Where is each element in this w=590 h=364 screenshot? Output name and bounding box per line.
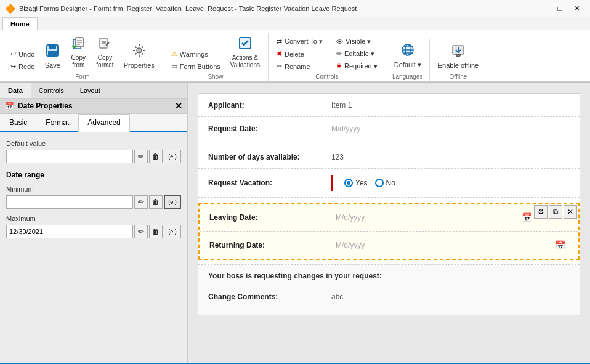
default-value-delete-btn[interactable]: 🗑 (149, 150, 163, 163)
undo-icon: ↩ (10, 50, 16, 58)
returning-date-input[interactable]: M/d/yyyy 📅 (333, 238, 568, 253)
minimum-row: ✏ 🗑 (e.) (6, 195, 181, 209)
form-row-days-available: Number of days available: 123 (198, 145, 580, 169)
rename-icon: ✏ (277, 62, 282, 70)
prop-tab-basic[interactable]: Basic (0, 114, 36, 131)
svg-rect-1 (49, 45, 55, 49)
editable-icon: ✏ (336, 50, 342, 58)
maximize-button[interactable]: □ (552, 2, 568, 15)
maximum-delete-btn[interactable]: 🗑 (149, 225, 163, 238)
form-buttons-button[interactable]: ▭ Form Buttons (167, 60, 225, 72)
tab-layout[interactable]: Layout (72, 83, 108, 98)
section-toolbar: ⚙ ⧉ ✕ (534, 205, 577, 219)
ribbon-content: ↩ Undo ↪ Redo (0, 30, 590, 82)
visible-button[interactable]: 👁 Visible ▾ (332, 36, 382, 47)
redo-button[interactable]: ↪ Redo (6, 60, 39, 72)
properties-header: 📅 Date Properties ✕ (0, 99, 187, 114)
save-button[interactable]: Save (40, 40, 65, 72)
leaving-date-input[interactable]: M/d/yyyy 📅 (333, 210, 535, 225)
radio-no-label: No (386, 179, 395, 187)
close-properties-button[interactable]: ✕ (175, 101, 182, 111)
form-row-request-date: Request Date: M/d/yyyy (198, 117, 580, 140)
returning-date-label: Returning Date: (209, 241, 333, 249)
section-copy-btn[interactable]: ⧉ (549, 205, 562, 219)
minimum-delete-btn[interactable]: 🗑 (149, 195, 163, 209)
default-value-edit-btn[interactable]: ✏ (134, 150, 148, 163)
show-group-label: Show (208, 73, 223, 80)
prop-tab-format[interactable]: Format (36, 114, 78, 131)
delete-icon: ✖ (277, 50, 282, 58)
maximum-expr-btn[interactable]: (e.) (164, 225, 181, 238)
boss-section: Your boss is requesting changes in your … (198, 265, 580, 315)
tab-controls[interactable]: Controls (31, 83, 72, 98)
section-gear-btn[interactable]: ⚙ (534, 205, 548, 219)
maximum-edit-btn[interactable]: ✏ (134, 225, 148, 238)
maximum-input[interactable] (6, 225, 133, 238)
main-area: Data Controls Layout 📅 Date Properties ✕… (0, 83, 590, 363)
window-controls: ─ □ ✕ (535, 2, 585, 15)
rename-button[interactable]: ✏ Rename (272, 60, 327, 72)
copy-from-icon (71, 36, 86, 53)
minimum-input[interactable] (6, 195, 133, 209)
panel-tabs: Data Controls Layout (0, 83, 187, 99)
app-icon: 🔶 (5, 4, 15, 14)
days-available-label: Number of days available: (208, 153, 331, 161)
minimum-expr-btn[interactable]: (e.) (164, 195, 181, 209)
editable-button[interactable]: ✏ Editable ▾ (332, 48, 382, 60)
svg-rect-2 (49, 51, 56, 55)
close-button[interactable]: ✕ (569, 2, 585, 15)
properties-icon (132, 43, 147, 60)
actions-icon (238, 36, 253, 53)
properties-panel: 📅 Date Properties ✕ Basic Format Advance… (0, 99, 187, 363)
date-range-title: Date range (6, 171, 181, 179)
undo-button[interactable]: ↩ Undo (6, 48, 39, 60)
visible-icon: 👁 (336, 38, 343, 46)
leaving-date-label: Leaving Date: (209, 213, 333, 222)
copy-from-button[interactable]: Copyfrom (66, 33, 91, 72)
minimum-label: Minimum (6, 185, 181, 193)
tab-home[interactable]: Home (2, 17, 38, 30)
change-comments-label: Change Comments: (208, 293, 331, 301)
section-delete-btn[interactable]: ✕ (564, 205, 577, 219)
request-vacation-label: Request Vacation: (208, 179, 331, 187)
tab-data[interactable]: Data (0, 83, 31, 98)
warnings-button[interactable]: ⚠ Warnings (167, 48, 225, 60)
request-date-value: M/d/yyyy (331, 124, 570, 133)
delete-button[interactable]: ✖ Delete (272, 48, 327, 60)
default-value-row: ✏ 🗑 (e.) (6, 150, 181, 163)
ribbon: Home ↩ Undo ↪ Redo (0, 17, 590, 83)
radio-yes-circle (344, 179, 353, 187)
required-icon: ✱ (336, 62, 342, 70)
radio-yes[interactable]: Yes (344, 179, 368, 187)
leaving-date-placeholder: M/d/yyyy (336, 213, 365, 222)
form-buttons-icon: ▭ (171, 62, 177, 70)
actions-validations-button[interactable]: Actions &Validations (226, 33, 264, 72)
default-value-input[interactable] (6, 150, 133, 163)
radio-no-circle (375, 179, 384, 187)
show-group-buttons: ⚠ Warnings ▭ Form Buttons (167, 33, 264, 72)
ribbon-group-controls: ⇄ Convert To ▾ ✖ Delete ✏ Rename 👁 (269, 36, 386, 81)
convert-to-button[interactable]: ⇄ Convert To ▾ (272, 36, 327, 47)
required-button[interactable]: ✱ Required ▾ (332, 60, 382, 72)
form-section-selected: ⚙ ⧉ ✕ Leaving Date: M/d/yyyy 📅 Returning… (198, 203, 580, 260)
form-canvas: Applicant: Item 1 Request Date: M/d/yyyy… (188, 83, 590, 363)
enable-offline-button[interactable]: Enable offline (434, 40, 483, 72)
minimum-edit-btn[interactable]: ✏ (134, 195, 148, 209)
prop-tabs: Basic Format Advanced (0, 114, 187, 132)
ribbon-group-show: ⚠ Warnings ▭ Form Buttons (163, 33, 269, 81)
date-properties-icon: 📅 (5, 102, 14, 110)
maximum-row: ✏ 🗑 (e.) (6, 225, 181, 238)
ribbon-group-form: ↩ Undo ↪ Redo (2, 33, 163, 81)
minimize-button[interactable]: ─ (535, 2, 551, 15)
default-value-expr-btn[interactable]: (e.) (164, 150, 181, 163)
properties-button[interactable]: Properties (119, 40, 159, 72)
default-language-button[interactable]: Default ▾ (390, 39, 426, 72)
form-group-buttons: ↩ Undo ↪ Redo (6, 33, 159, 72)
ribbon-group-offline: Enable offline Offline (430, 40, 487, 81)
applicant-label: Applicant: (208, 101, 331, 110)
radio-no[interactable]: No (375, 179, 395, 187)
prop-tab-advanced[interactable]: Advanced (78, 114, 129, 132)
controls-right-buttons: 👁 Visible ▾ ✏ Editable ▾ ✱ Required ▾ (332, 36, 382, 72)
days-available-value: 123 (331, 153, 570, 161)
copy-format-button[interactable]: Copyformat (92, 33, 118, 72)
